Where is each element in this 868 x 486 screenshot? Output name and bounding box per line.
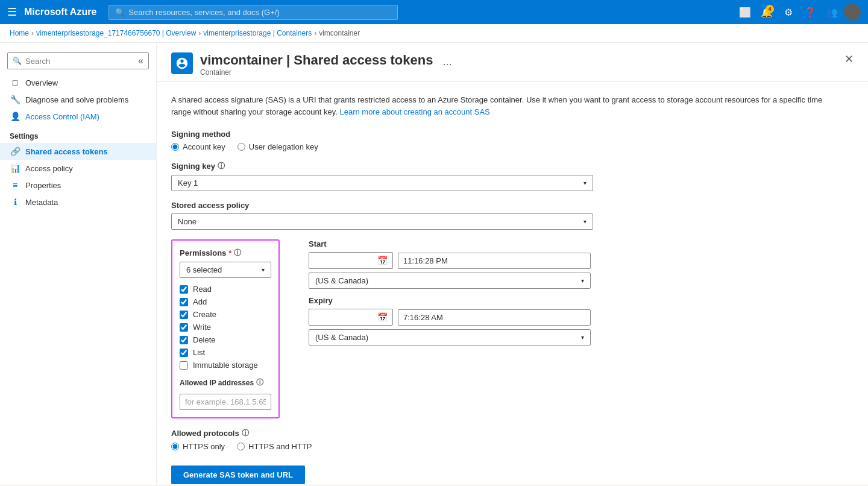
permissions-info-icon[interactable]: ⓘ xyxy=(234,248,241,258)
header-subtitle: Container xyxy=(200,68,451,77)
expiry-date-input[interactable]: 📅 xyxy=(309,309,393,326)
signing-method-radio-group: Account key User delegation key xyxy=(171,142,593,151)
sidebar-item-diagnose[interactable]: 🔧 Diagnose and solve problems xyxy=(0,91,156,108)
radio-account-key-input[interactable] xyxy=(171,143,179,151)
radio-delegation-key[interactable]: User delegation key xyxy=(237,142,318,151)
radio-delegation-key-input[interactable] xyxy=(237,143,245,151)
sidebar-item-iam[interactable]: 👤 Access Control (IAM) xyxy=(0,108,156,125)
sidebar-item-label: Access policy xyxy=(25,164,73,173)
diagnose-icon: 🔧 xyxy=(10,95,20,104)
calendar-icon: 📅 xyxy=(377,256,388,265)
permissions-section: Permissions * ⓘ 6 selected ▾ Read xyxy=(171,239,280,418)
generate-sas-button[interactable]: Generate SAS token and URL xyxy=(171,465,305,484)
breadcrumb-current: vimcontainer xyxy=(319,29,360,37)
allowed-ip-input[interactable] xyxy=(180,394,271,410)
immutable-checkbox[interactable] xyxy=(180,361,188,370)
sidebar-item-access-policy[interactable]: 📊 Access policy xyxy=(0,160,156,177)
notifications-icon[interactable]: 🔔 4 xyxy=(757,2,776,22)
stored-policy-select[interactable]: None ▾ xyxy=(171,213,593,230)
radio-https-only[interactable]: HTTPS only xyxy=(171,442,225,451)
signing-key-select[interactable]: Key 1 ▾ xyxy=(171,175,593,191)
sidebar-item-label: Overview xyxy=(25,78,58,87)
delete-checkbox[interactable] xyxy=(180,336,188,344)
signing-key-label: Signing key ⓘ xyxy=(171,161,593,171)
settings-icon[interactable]: ⚙ xyxy=(779,2,798,22)
radio-account-key-label: Account key xyxy=(183,142,225,151)
allowed-ip-info-icon[interactable]: ⓘ xyxy=(256,377,263,388)
breadcrumb-storage[interactable]: vimenterprisestorage_1717466756670 | Ove… xyxy=(36,29,196,37)
sidebar-item-label: Metadata xyxy=(25,198,58,207)
sidebar-item-shared-tokens[interactable]: 🔗 Shared access tokens xyxy=(0,143,156,160)
description-text: A shared access signature (SAS) is a URI… xyxy=(171,94,834,118)
app-logo: Microsoft Azure xyxy=(24,7,96,17)
sidebar-item-label: Shared access tokens xyxy=(25,147,108,156)
https-only-label: HTTPS only xyxy=(183,442,225,451)
allowed-protocols-label: Allowed protocols ⓘ xyxy=(171,428,593,438)
allowed-ip-label: Allowed IP addresses ⓘ xyxy=(180,377,271,388)
content-header: vimcontainer | Shared access tokens ... … xyxy=(157,43,868,82)
https-only-radio[interactable] xyxy=(171,443,179,450)
learn-more-link[interactable]: Learn more about creating an account SAS xyxy=(339,107,489,116)
global-search-input[interactable] xyxy=(128,8,391,17)
read-checkbox[interactable] xyxy=(180,285,188,294)
chevron-down-icon: ▾ xyxy=(581,277,584,284)
global-search[interactable]: 🔍 xyxy=(108,5,398,20)
protocols-info-icon[interactable]: ⓘ xyxy=(242,428,249,438)
hamburger-menu[interactable]: ☰ xyxy=(7,5,17,19)
iam-icon: 👤 xyxy=(10,112,20,121)
start-time-input[interactable] xyxy=(398,253,591,269)
sidebar-search-input[interactable] xyxy=(25,57,134,66)
stored-policy-label: Stored access policy xyxy=(171,201,593,210)
https-http-radio[interactable] xyxy=(237,443,245,450)
permission-create[interactable]: Create xyxy=(180,308,271,321)
signing-method-label: Signing method xyxy=(171,130,593,139)
resource-icon xyxy=(171,52,193,74)
permission-immutable[interactable]: Immutable storage xyxy=(180,359,271,371)
permission-list[interactable]: List xyxy=(180,346,271,359)
sidebar-item-overview[interactable]: □ Overview xyxy=(0,74,156,91)
permission-delete[interactable]: Delete xyxy=(180,333,271,346)
signing-key-info-icon[interactable]: ⓘ xyxy=(218,161,225,171)
shared-token-icon: 🔗 xyxy=(10,147,20,156)
expiry-time-input[interactable] xyxy=(398,309,591,326)
add-checkbox[interactable] xyxy=(180,298,188,306)
help-icon[interactable]: ❓ xyxy=(800,2,820,22)
breadcrumb-home[interactable]: Home xyxy=(10,29,29,37)
sidebar-collapse-icon[interactable]: « xyxy=(138,55,143,66)
write-checkbox[interactable] xyxy=(180,323,188,332)
radio-delegation-key-label: User delegation key xyxy=(249,142,318,151)
close-button[interactable]: ✕ xyxy=(844,52,854,66)
start-label: Start xyxy=(309,239,591,248)
start-date-input[interactable]: 📅 xyxy=(309,252,393,269)
create-checkbox[interactable] xyxy=(180,311,188,319)
protocols-radio-group: HTTPS only HTTPS and HTTP xyxy=(171,442,593,451)
list-checkbox[interactable] xyxy=(180,349,188,357)
permission-add[interactable]: Add xyxy=(180,295,271,308)
radio-https-http[interactable]: HTTPS and HTTP xyxy=(237,442,312,451)
radio-account-key[interactable]: Account key xyxy=(171,142,225,151)
sidebar-item-properties[interactable]: ≡ Properties xyxy=(0,177,156,194)
permission-write[interactable]: Write xyxy=(180,321,271,333)
allowed-protocols-section: Allowed protocols ⓘ HTTPS only HTTPS and… xyxy=(171,428,593,451)
signing-key-section: Signing key ⓘ Key 1 ▾ xyxy=(171,161,593,191)
header-more-icon[interactable]: ... xyxy=(442,53,451,68)
sidebar-search-container[interactable]: 🔍 « xyxy=(7,52,149,69)
permissions-label: Permissions * ⓘ xyxy=(180,248,271,258)
permissions-dropdown[interactable]: 6 selected ▾ xyxy=(180,262,271,278)
permission-read[interactable]: Read xyxy=(180,283,271,295)
required-indicator: * xyxy=(228,248,231,257)
expiry-timezone-select[interactable]: (US & Canada) ▾ xyxy=(309,329,591,346)
metadata-icon: ℹ xyxy=(10,197,20,207)
expiry-timezone: (US & Canada) ▾ xyxy=(309,329,591,346)
cloud-shell-icon[interactable]: ⬜ xyxy=(735,2,755,22)
start-timezone-select[interactable]: (US & Canada) ▾ xyxy=(309,273,591,289)
access-policy-icon: 📊 xyxy=(10,163,20,173)
notification-badge: 4 xyxy=(766,5,774,13)
user-avatar[interactable] xyxy=(844,4,861,21)
chevron-down-icon: ▾ xyxy=(581,334,584,341)
sidebar-item-metadata[interactable]: ℹ Metadata xyxy=(0,194,156,210)
feedback-icon[interactable]: 👥 xyxy=(822,2,841,22)
sidebar-item-label: Properties xyxy=(25,181,61,190)
breadcrumb-containers[interactable]: vimenterprisestorage | Containers xyxy=(203,29,312,37)
breadcrumb: Home › vimenterprisestorage_171746675667… xyxy=(0,24,868,43)
